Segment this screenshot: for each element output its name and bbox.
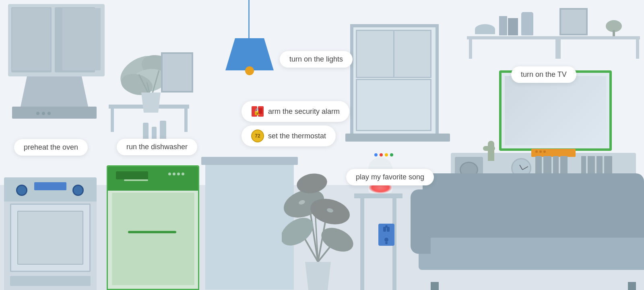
sofa-seat [419, 238, 644, 270]
play-song-text: play my favorite song [356, 173, 424, 181]
hood-bottom [12, 107, 97, 119]
cactus-decoration [483, 137, 499, 161]
sofa-back [423, 173, 644, 246]
google-home-dots [374, 153, 393, 156]
alarm-icon: 🔒 [251, 105, 264, 118]
run-dishwasher-text: run the dishwasher [126, 143, 188, 151]
bubble-turn-on-tv: turn on the TV [511, 66, 576, 83]
bubble-arm-alarm: 🔒 arm the security alarm [242, 101, 349, 122]
picture-frame-right [559, 8, 588, 35]
svg-rect-1 [55, 7, 95, 72]
vase [521, 12, 533, 35]
oven-knob-right [72, 185, 84, 196]
bubble-turn-on-lights: turn on the lights [280, 51, 353, 68]
plant-pot-right [302, 262, 334, 290]
lamp-shade-shape [225, 38, 274, 70]
preheat-oven-text: preheat the oven [24, 143, 78, 152]
plant-monstera-right [282, 137, 354, 290]
kitchen-cabinets [8, 4, 105, 76]
cabinet-icon [8, 4, 105, 76]
media-device [531, 149, 576, 157]
lamp-bulb [245, 66, 254, 75]
oven-knob-left [16, 185, 27, 196]
plant-pot-left [139, 93, 163, 113]
dishwasher-indicator-dots [168, 173, 184, 175]
svg-rect-12 [613, 30, 615, 36]
plant-leaves-right [282, 137, 354, 266]
oven-door [10, 204, 91, 272]
set-thermostat-text: set the thermostat [268, 132, 326, 140]
sofa [423, 173, 644, 286]
dishwasher-door [112, 193, 194, 285]
lamp-cord [248, 0, 250, 40]
hood-body [20, 76, 89, 109]
thermostat-icon: 72 [251, 130, 264, 142]
sofa-leg-left [431, 282, 439, 290]
bubble-play-song: play my favorite song [346, 169, 434, 185]
wall-outlet [378, 224, 394, 246]
svg-point-3 [68, 39, 72, 43]
kitchen-counter [205, 157, 294, 290]
turn-on-tv-text: turn on the TV [521, 70, 567, 79]
picture-frame-left [161, 52, 193, 93]
svg-point-2 [40, 39, 45, 43]
svg-rect-28 [258, 108, 262, 114]
dishwasher-display [116, 171, 148, 179]
tv-screen [505, 76, 606, 145]
bubble-run-dishwasher: run the dishwasher [117, 139, 197, 155]
window [350, 24, 439, 137]
book-2 [508, 18, 518, 35]
oven [4, 177, 97, 290]
shelf-right-top [467, 36, 559, 39]
bowl-decoration [475, 24, 495, 34]
sofa-leg-right [628, 282, 636, 290]
turn-on-lights-text: turn on the lights [289, 55, 343, 64]
dishwasher [107, 165, 199, 290]
svg-rect-0 [11, 7, 52, 72]
scene: turn on the lights 🔒 arm the security al… [0, 0, 644, 290]
oven-drawer [10, 276, 91, 286]
svg-point-21 [318, 223, 354, 257]
dishwasher-handle [128, 231, 176, 233]
book-1 [499, 16, 507, 35]
device-dots [535, 150, 546, 153]
small-plant [604, 18, 624, 36]
lamp-shade [225, 38, 274, 70]
bubble-set-thermostat: 72 set the thermostat [242, 125, 336, 146]
shelf-right-bottom [555, 36, 640, 39]
sofa-arm [411, 189, 431, 254]
range-hood [12, 76, 97, 121]
hood-dots [36, 112, 51, 115]
arm-alarm-text: arm the security alarm [268, 107, 340, 116]
oven-display [34, 182, 66, 190]
bubble-preheat-oven: preheat the oven [14, 139, 88, 156]
